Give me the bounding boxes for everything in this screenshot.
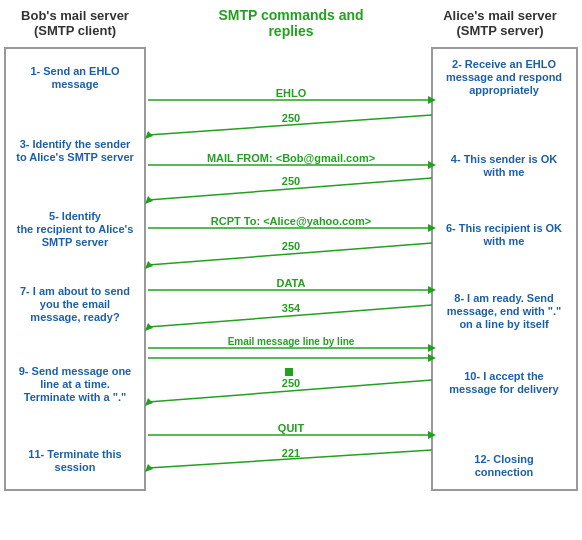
left-item-9: 9- Send message one	[19, 365, 132, 377]
center-header: SMTP commands and	[218, 7, 363, 23]
svg-text:line at a time.: line at a time.	[40, 378, 110, 390]
left-box	[5, 48, 145, 490]
right-item-2: 2- Receive an EHLO	[452, 58, 556, 70]
left-header: Bob's mail server	[21, 8, 129, 23]
right-item-12: 12- Closing	[474, 453, 533, 465]
right-header-2: (SMTP server)	[456, 23, 543, 38]
right-item-6: 6- This recipient is OK	[446, 222, 562, 234]
resp6-head	[145, 464, 153, 472]
svg-text:Terminate with a ".": Terminate with a "."	[24, 391, 127, 403]
svg-text:appropriately: appropriately	[469, 84, 540, 96]
resp2-head	[145, 196, 153, 204]
svg-text:with me: with me	[483, 166, 525, 178]
right-item-4: 4- This sender is OK	[451, 153, 557, 165]
svg-text:session: session	[55, 461, 96, 473]
ehlo-label: EHLO	[276, 87, 307, 99]
mailfrom-label: MAIL FROM: <Bob@gmail.com>	[207, 152, 375, 164]
svg-text:the recipient to Alice's: the recipient to Alice's	[17, 223, 134, 235]
resp4-label: 354	[282, 302, 301, 314]
left-item-11: 11- Terminate this	[28, 448, 121, 460]
center-header-2: replies	[268, 23, 313, 39]
left-item-3: 3- Identify the sender	[20, 138, 131, 150]
left-item-1: 1- Send an EHLO	[30, 65, 120, 77]
right-item-8: 8- I am ready. Send	[454, 292, 553, 304]
resp3-head	[145, 261, 153, 269]
left-header-2: (SMTP client)	[34, 23, 116, 38]
right-item-10: 10- I accept the	[464, 370, 543, 382]
svg-text:message for delivery: message for delivery	[449, 383, 559, 395]
email-msg-label: Email message line by line	[228, 336, 355, 347]
right-header: Alice's mail server	[443, 8, 557, 23]
resp4-head	[145, 323, 153, 331]
resp5-label: 250	[282, 377, 300, 389]
right-box	[432, 48, 577, 490]
resp2-label: 250	[282, 175, 300, 187]
data-label: DATA	[277, 277, 306, 289]
resp5-head	[145, 398, 153, 406]
resp1-head	[145, 131, 153, 139]
resp1-label: 250	[282, 112, 300, 124]
resp6-label: 221	[282, 447, 300, 459]
svg-text:message, ready?: message, ready?	[30, 311, 120, 323]
svg-text:message: message	[51, 78, 98, 90]
rcptto-label: RCPT To: <Alice@yahoo.com>	[211, 215, 371, 227]
resp3-label: 250	[282, 240, 300, 252]
left-item-7: 7- I am about to send	[20, 285, 130, 297]
svg-text:you the email: you the email	[40, 298, 110, 310]
svg-text:message and respond: message and respond	[446, 71, 562, 83]
svg-text:connection: connection	[475, 466, 534, 478]
svg-text:SMTP server: SMTP server	[42, 236, 109, 248]
quit-label: QUIT	[278, 422, 305, 434]
svg-text:to Alice's SMTP server: to Alice's SMTP server	[16, 151, 134, 163]
dot-symbol	[285, 368, 293, 376]
svg-text:with me: with me	[483, 235, 525, 247]
svg-text:on a line by itself: on a line by itself	[459, 318, 549, 330]
main-diagram: Bob's mail server (SMTP client) SMTP com…	[0, 0, 582, 540]
svg-text:message, end with ".": message, end with "."	[447, 305, 561, 317]
left-item-5: 5- Identify	[49, 210, 102, 222]
